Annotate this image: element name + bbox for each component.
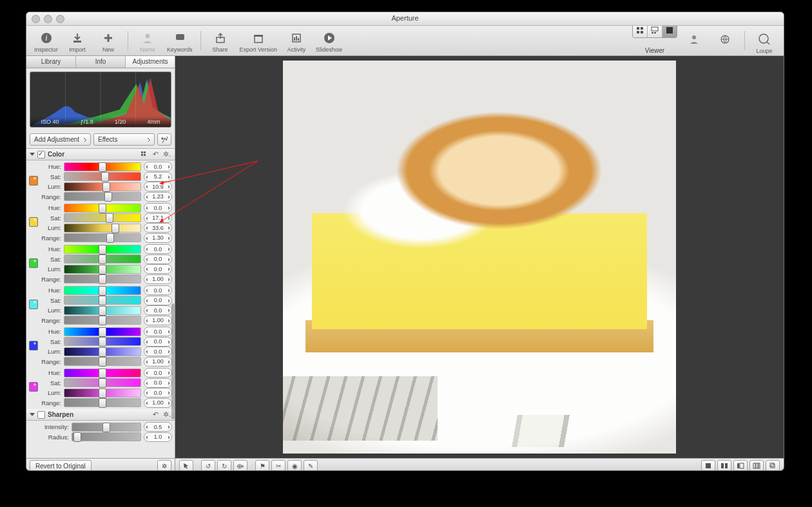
activity-tool[interactable]: Activity — [282, 31, 311, 54]
color-swatch-2[interactable] — [29, 258, 38, 268]
loupe-tool[interactable]: Loupe — [750, 32, 778, 54]
color-enabled-checkbox[interactable] — [37, 151, 45, 158]
sat-value-4[interactable]: 0.0 — [144, 337, 172, 347]
sat-slider-4[interactable] — [64, 337, 141, 346]
viewer-canvas[interactable] — [175, 56, 784, 458]
web-tool[interactable] — [711, 32, 739, 54]
color-swatch-4[interactable] — [29, 341, 38, 350]
lum-value-3[interactable]: 0.0 — [144, 305, 172, 315]
photo-preview[interactable] — [283, 61, 676, 454]
name-tool[interactable]: Name — [133, 31, 162, 54]
hue-value-5[interactable]: 0.0 — [144, 368, 172, 378]
radius-value[interactable]: 1.0 — [144, 432, 172, 442]
range-slider-0[interactable] — [64, 192, 141, 201]
color-swatch-5[interactable] — [29, 382, 38, 392]
sharpen-gear-icon[interactable]: ✲. — [162, 410, 171, 419]
auto-enhance-button[interactable] — [157, 133, 171, 146]
range-value-3[interactable]: 1.00 — [144, 316, 172, 325]
sat-value-2[interactable]: 0.0 — [144, 254, 172, 264]
hue-value-2[interactable]: 0.0 — [144, 244, 172, 254]
histogram[interactable]: ISO 40 ƒ/1.8 1/20 4mm — [30, 72, 171, 128]
straighten-icon[interactable]: ⟴ — [233, 460, 247, 471]
viewer-three-icon[interactable] — [749, 460, 764, 471]
lum-slider-2[interactable] — [64, 265, 141, 274]
color-gear-icon[interactable]: ✲. — [162, 150, 171, 159]
tab-adjustments[interactable]: Adjustments — [125, 56, 175, 68]
color-swatch-0[interactable] — [29, 176, 38, 186]
color-swatch-1[interactable] — [29, 217, 38, 227]
scrollbar[interactable] — [171, 303, 175, 419]
sat-value-1[interactable]: 17.1 — [144, 213, 172, 223]
sat-slider-3[interactable] — [64, 296, 141, 305]
viewer-primary-icon[interactable] — [733, 460, 748, 471]
range-slider-4[interactable] — [64, 357, 141, 366]
range-value-0[interactable]: 1.23 — [144, 192, 172, 202]
viewer-stack-icon[interactable] — [766, 460, 780, 471]
color-reset-icon[interactable]: ↶ — [151, 150, 160, 159]
color-panel-header[interactable]: Color ↶ ✲. — [26, 149, 175, 160]
rotate-cw-icon[interactable]: ↻ — [217, 460, 231, 471]
range-slider-1[interactable] — [64, 233, 141, 242]
slideshow-tool[interactable]: Slideshow — [313, 31, 345, 54]
tab-library[interactable]: Library — [26, 56, 75, 68]
viewer-compare-icon[interactable] — [717, 460, 731, 471]
share-tool[interactable]: Share — [206, 31, 235, 54]
disclosure-icon[interactable] — [30, 153, 35, 156]
sat-value-3[interactable]: 0.0 — [144, 296, 172, 305]
sharpen-reset-icon[interactable]: ↶ — [151, 410, 160, 419]
intensity-slider[interactable] — [72, 423, 141, 432]
keywords-tool[interactable]: Keywords — [164, 31, 195, 54]
avatar-tool[interactable] — [680, 32, 708, 54]
lum-value-0[interactable]: 10.9 — [144, 182, 172, 191]
lum-slider-1[interactable] — [64, 224, 141, 233]
sat-slider-1[interactable] — [64, 213, 141, 222]
range-value-5[interactable]: 1.00 — [144, 398, 172, 408]
sharpen-panel-header[interactable]: Sharpen ↶ ✲. — [26, 409, 175, 421]
hue-slider-2[interactable] — [64, 245, 141, 254]
sharpen-enabled-checkbox[interactable] — [37, 411, 45, 419]
range-slider-2[interactable] — [64, 274, 141, 283]
inspector-tool[interactable]: iInspector — [32, 31, 61, 54]
lum-value-1[interactable]: 33.6 — [144, 223, 172, 233]
redeye-icon[interactable]: ◉ — [287, 460, 302, 471]
range-slider-3[interactable] — [64, 316, 141, 325]
add-adjustment-dropdown[interactable]: Add Adjustment — [30, 133, 91, 146]
hue-slider-1[interactable] — [64, 204, 141, 213]
range-value-1[interactable]: 1.30 — [144, 233, 172, 243]
lum-slider-4[interactable] — [64, 347, 141, 356]
hue-slider-0[interactable] — [64, 162, 141, 171]
sat-slider-0[interactable] — [64, 172, 141, 181]
sat-value-5[interactable]: 0.0 — [144, 378, 172, 388]
range-value-4[interactable]: 1.00 — [144, 357, 172, 367]
lum-slider-3[interactable] — [64, 306, 141, 315]
crop-icon[interactable]: ✂ — [271, 460, 285, 471]
lum-value-4[interactable]: 0.0 — [144, 347, 172, 356]
hue-value-1[interactable]: 0.0 — [144, 203, 172, 213]
radius-slider[interactable] — [72, 432, 141, 441]
effects-dropdown[interactable]: Effects — [93, 133, 155, 146]
sat-value-0[interactable]: 5.2 — [144, 172, 172, 182]
color-view-icon[interactable] — [139, 150, 148, 159]
adjustment-scroll[interactable]: Color ↶ ✲. Hue: 0.0 Sat: — [26, 148, 175, 458]
lum-value-5[interactable]: 0.0 — [144, 388, 172, 397]
revert-button[interactable]: Revert to Original — [30, 460, 92, 472]
range-slider-5[interactable] — [64, 398, 141, 407]
color-swatch-3[interactable] — [29, 300, 38, 309]
footer-gear-icon[interactable]: ✲ — [157, 460, 171, 472]
viewer-single-icon[interactable] — [701, 460, 715, 471]
import-tool[interactable]: Import — [63, 31, 92, 54]
export-version-tool[interactable]: Export Version — [237, 31, 280, 54]
lum-slider-5[interactable] — [64, 388, 141, 397]
disclosure-icon[interactable] — [30, 413, 35, 416]
flag-icon[interactable]: ⚑ — [255, 460, 269, 471]
sat-slider-5[interactable] — [64, 378, 141, 387]
sat-slider-2[interactable] — [64, 254, 141, 263]
new-tool[interactable]: New — [94, 31, 122, 54]
hue-value-3[interactable]: 0.0 — [144, 285, 172, 295]
tab-info[interactable]: Info — [75, 56, 125, 68]
retouch-icon[interactable]: ✎ — [304, 460, 318, 471]
hue-slider-3[interactable] — [64, 286, 141, 295]
titlebar[interactable]: Aperture — [26, 12, 784, 26]
hue-slider-5[interactable] — [64, 368, 141, 378]
hue-value-4[interactable]: 0.0 — [144, 327, 172, 336]
